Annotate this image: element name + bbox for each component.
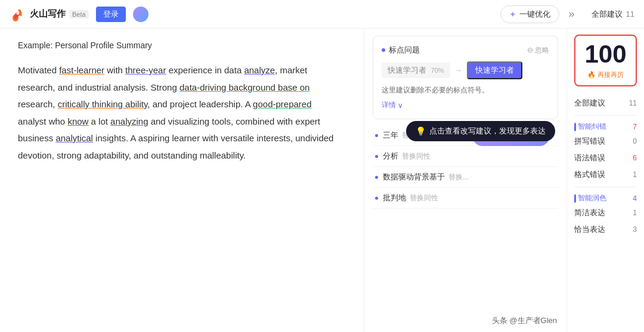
optimize-label: 一键优化 <box>519 9 550 20</box>
word-fast-learner[interactable]: fast-learner <box>59 65 104 75</box>
logo-area: 火山写作 Beta <box>10 6 89 23</box>
word-know[interactable]: know <box>67 116 88 126</box>
card-detail[interactable]: 详情 ∨ <box>382 100 549 110</box>
optimize-button[interactable]: ✦ 一键优化 <box>500 5 559 23</box>
si-sub-2: 替换... <box>448 172 469 182</box>
right-format[interactable]: 格式错误 1 <box>574 166 637 183</box>
divider-1 <box>574 115 637 116</box>
header: 火山写作 Beta 登录 ✦ 一键优化 » 全部建议 11 <box>0 0 644 29</box>
dismiss-label: 忽略 <box>535 45 549 55</box>
si-main-0: 三年 <box>383 130 398 141</box>
right-spelling-label: 拼写错误 <box>574 136 605 147</box>
word-good-prepared[interactable]: good-prepared <box>253 99 311 109</box>
word-analytical[interactable]: analytical <box>55 133 93 143</box>
score-box: 100 🔥 再接再厉 <box>574 35 637 86</box>
right-spelling-count: 0 <box>633 137 637 145</box>
right-proper-label: 恰当表达 <box>574 224 605 235</box>
bulb-icon: 💡 <box>416 126 426 136</box>
right-concise[interactable]: 简洁表达 1 <box>574 204 637 221</box>
si-main-3: 批判地 <box>383 193 406 203</box>
suggestions-header: 全部建议 11 <box>592 9 634 20</box>
right-panel: 100 🔥 再接再厉 全部建议 11 智能纠错 7 拼写错误 0 语法错误 6 … <box>566 29 644 332</box>
si-dot-0 <box>375 134 378 137</box>
right-concise-label: 简洁表达 <box>574 207 605 218</box>
doc-title: Example: Personal Profile Summary <box>18 41 346 50</box>
word-original: 快速学习者 70% <box>382 63 450 78</box>
avatar-button[interactable] <box>133 7 148 22</box>
suggestion-item-2[interactable]: 数据驱动背景基于 替换... <box>373 167 558 188</box>
word-analyze[interactable]: analyze <box>244 65 275 75</box>
si-dot-1 <box>375 155 378 158</box>
main-layout: Example: Personal Profile Summary Motiva… <box>0 29 644 332</box>
right-grammar-label: 语法错误 <box>574 153 605 163</box>
suggestions-label: 全部建议 <box>592 9 623 20</box>
logo-icon <box>10 6 26 23</box>
score-sub-icon: 🔥 <box>587 71 596 79</box>
word-comparison: 快速学习者 70% → 快速学习者 <box>382 61 549 79</box>
score-sub-text: 再接再厉 <box>597 70 624 79</box>
more-button[interactable]: » <box>566 8 577 20</box>
score-sub: 🔥 再接再厉 <box>580 70 631 79</box>
suggestion-card-punctuation: 标点问题 ⊖ 忽略 快速学习者 70% → 快速学习者 这里建议删除不必要的标点… <box>373 36 558 119</box>
word-suggested-button[interactable]: 快速学习者 <box>467 61 522 79</box>
card-dot <box>382 48 385 52</box>
card-title-row: 标点问题 <box>382 45 420 55</box>
right-concise-count: 1 <box>633 209 637 217</box>
word-arrow: → <box>455 66 462 75</box>
si-main-2: 数据驱动背景基于 <box>383 172 445 182</box>
beta-badge: Beta <box>69 10 89 18</box>
si-dot-2 <box>375 176 378 179</box>
si-main-1: 分析 <box>383 151 398 162</box>
suggestion-item-1[interactable]: 分析 替换同性 <box>373 146 558 167</box>
right-smart-tone-label: 智能润色 4 <box>574 191 637 204</box>
right-grammar[interactable]: 语法错误 6 <box>574 150 637 166</box>
word-three-year[interactable]: three-year <box>125 65 166 75</box>
suggestion-panel: 标点问题 ⊖ 忽略 快速学习者 70% → 快速学习者 这里建议删除不必要的标点… <box>364 29 566 332</box>
si-sub-3: 替换同性 <box>410 193 438 203</box>
right-all-count: 11 <box>629 99 637 107</box>
word-critically-thinking[interactable]: critically thinking ability <box>58 99 148 109</box>
word-analyzing[interactable]: analyzing <box>110 116 148 126</box>
watermark: 头条 @生产者Glen <box>488 314 561 327</box>
right-all-label: 全部建议 <box>574 98 605 108</box>
divider-2 <box>574 187 637 187</box>
dismiss-icon: ⊖ <box>527 46 533 54</box>
right-format-label: 格式错误 <box>574 169 605 180</box>
optimize-icon: ✦ <box>509 10 516 19</box>
right-all-suggestions[interactable]: 全部建议 11 <box>574 95 637 111</box>
suggestions-count: 11 <box>626 10 634 18</box>
word-data-driving[interactable]: data-driving background base on <box>179 82 309 92</box>
login-button[interactable]: 登录 <box>96 7 126 22</box>
card-hint: 这里建议删除不必要的标点符号。 <box>382 85 549 95</box>
card-title: 标点问题 <box>389 45 420 55</box>
card-dismiss[interactable]: ⊖ 忽略 <box>527 45 549 55</box>
editor-area[interactable]: Example: Personal Profile Summary Motiva… <box>0 29 364 332</box>
si-sub-1: 替换同性 <box>402 151 431 162</box>
right-smart-correction-label: 智能纠错 7 <box>574 119 637 133</box>
card-header: 标点问题 ⊖ 忽略 <box>382 45 549 55</box>
si-dot-3 <box>375 197 378 200</box>
right-grammar-count: 6 <box>633 154 637 162</box>
right-proper[interactable]: 恰当表达 3 <box>574 221 637 238</box>
right-spelling[interactable]: 拼写错误 0 <box>574 133 637 150</box>
right-format-count: 1 <box>633 170 637 179</box>
right-proper-count: 3 <box>633 225 637 234</box>
logo-text: 火山写作 <box>30 8 66 20</box>
doc-content: Motivated fast-learner with three-year e… <box>18 62 340 164</box>
bottom-area: 数据驱动背景基于 替换... 💡 点击查看改写建议，发现更多表达 发现更多表达 … <box>373 167 558 188</box>
chevron-down-icon: ∨ <box>398 101 403 110</box>
suggestion-item-3[interactable]: 批判地 替换同性 <box>373 188 558 209</box>
score-number: 100 <box>580 42 631 67</box>
tooltip-popup: 💡 点击查看改写建议，发现更多表达 <box>406 121 555 141</box>
tooltip-text: 点击查看改写建议，发现更多表达 <box>429 126 546 136</box>
